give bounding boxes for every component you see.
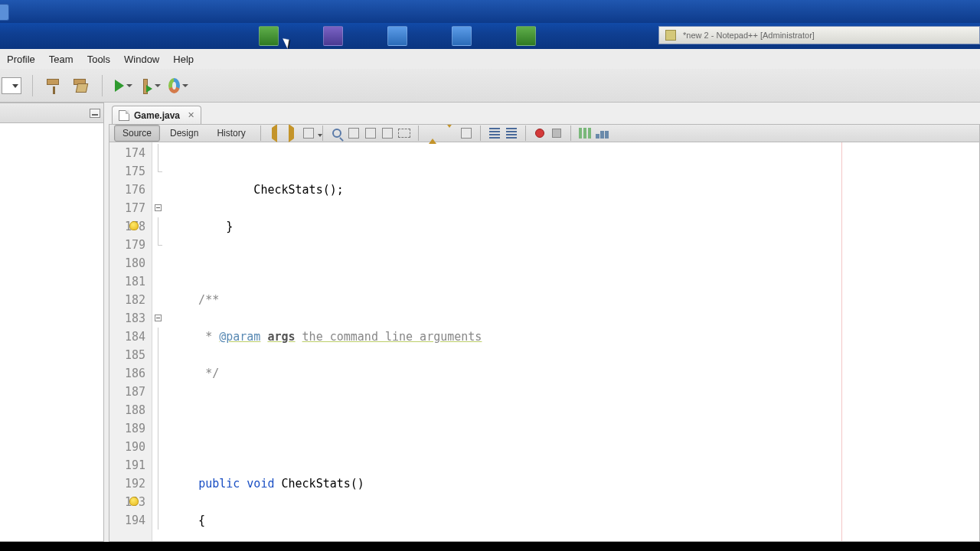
find-next-button[interactable] bbox=[363, 126, 378, 141]
profile-button[interactable] bbox=[168, 76, 188, 96]
main-toolbar bbox=[0, 69, 980, 103]
square-icon bbox=[365, 128, 376, 139]
file-tab-game-java[interactable]: Game.java ✕ bbox=[112, 106, 201, 124]
shift-left-button[interactable] bbox=[487, 126, 502, 141]
square-drop-icon bbox=[303, 128, 314, 139]
hint-bulb-icon[interactable] bbox=[129, 497, 139, 506]
toolbar-separator bbox=[525, 126, 526, 141]
window-titlebar bbox=[0, 0, 980, 23]
arrow-left-icon bbox=[272, 128, 277, 139]
profile-icon bbox=[168, 78, 180, 93]
menu-help[interactable]: Help bbox=[166, 51, 201, 68]
clean-build-button[interactable] bbox=[71, 76, 91, 96]
config-combo[interactable] bbox=[2, 77, 21, 94]
clean-build-icon bbox=[74, 79, 89, 93]
steps-icon bbox=[596, 128, 608, 139]
view-design-button[interactable]: Design bbox=[162, 125, 207, 142]
view-history-button[interactable]: History bbox=[208, 125, 253, 142]
macro-record-button[interactable] bbox=[532, 126, 547, 141]
taskbar-app-1[interactable] bbox=[259, 26, 279, 46]
fold-column bbox=[152, 142, 166, 542]
toolbar-separator bbox=[322, 126, 323, 141]
indent-right-icon bbox=[506, 128, 517, 139]
fold-toggle[interactable] bbox=[155, 315, 162, 321]
toolbar-separator bbox=[260, 126, 261, 141]
toggle-bookmark-button[interactable] bbox=[459, 126, 474, 141]
java-file-icon bbox=[119, 110, 129, 121]
taskbar-notepad-label: *new 2 - Notepad++ [Administrator] bbox=[683, 31, 815, 40]
taskbar-app-5[interactable] bbox=[516, 26, 536, 46]
toggle-highlight-button[interactable] bbox=[380, 126, 395, 141]
workspace: Game.java ✕ Source Design History bbox=[0, 103, 980, 542]
bars-icon bbox=[579, 128, 591, 139]
menu-window[interactable]: Window bbox=[117, 51, 166, 68]
panel-header bbox=[0, 103, 103, 123]
arrow-down-icon bbox=[446, 128, 453, 139]
file-tab-label: Game.java bbox=[134, 110, 180, 121]
code-area[interactable]: 174175176 177 178 179180181 182183184 18… bbox=[109, 142, 979, 542]
projects-panel bbox=[0, 103, 104, 542]
dotted-rect-icon bbox=[398, 129, 410, 138]
editor-tabs: Game.java ✕ bbox=[109, 103, 980, 124]
arrow-right-icon bbox=[289, 128, 294, 139]
square-icon bbox=[461, 128, 472, 139]
shift-right-button[interactable] bbox=[504, 126, 519, 141]
magnifier-icon bbox=[332, 129, 341, 138]
toggle-rect-button[interactable] bbox=[397, 126, 412, 141]
run-button[interactable] bbox=[113, 76, 133, 96]
taskbar-app-3[interactable] bbox=[387, 26, 407, 46]
menu-profile[interactable]: Profile bbox=[0, 51, 42, 68]
nav-back-button[interactable] bbox=[267, 126, 283, 141]
find-prev-button[interactable] bbox=[346, 126, 361, 141]
toolbar-separator bbox=[102, 75, 103, 96]
menu-bar: Profile Team Tools Window Help bbox=[0, 49, 980, 69]
square-icon bbox=[382, 128, 393, 139]
build-button[interactable] bbox=[44, 76, 64, 96]
square-icon bbox=[348, 128, 359, 139]
letterbox-bottom bbox=[0, 542, 980, 551]
close-tab-button[interactable]: ✕ bbox=[188, 110, 194, 120]
toolbar-separator bbox=[480, 126, 481, 141]
line-number-gutter: 174175176 177 178 179180181 182183184 18… bbox=[109, 142, 152, 542]
taskbar-notepad-button[interactable]: *new 2 - Notepad++ [Administrator] bbox=[658, 26, 980, 44]
window-system-menu[interactable] bbox=[0, 4, 9, 21]
notepad-icon bbox=[665, 30, 676, 41]
prev-bookmark-button[interactable] bbox=[425, 126, 440, 141]
indent-left-icon bbox=[489, 128, 500, 139]
record-icon bbox=[535, 129, 544, 138]
last-edit-button[interactable] bbox=[301, 126, 316, 141]
code-text[interactable]: CheckStats(); } /** * @param args the co… bbox=[166, 142, 979, 542]
debug-button[interactable] bbox=[141, 76, 161, 96]
menu-team[interactable]: Team bbox=[42, 51, 80, 68]
nav-forward-button[interactable] bbox=[284, 126, 299, 141]
code-editor: Source Design History bbox=[109, 124, 980, 542]
menu-tools[interactable]: Tools bbox=[80, 51, 117, 68]
hint-bulb-icon[interactable] bbox=[129, 221, 139, 230]
play-icon bbox=[115, 80, 124, 92]
editor-toolbar: Source Design History bbox=[109, 125, 979, 142]
taskbar-app-4[interactable] bbox=[452, 26, 472, 46]
view-source-button[interactable]: Source bbox=[114, 125, 160, 142]
toolbar-separator bbox=[570, 126, 571, 141]
os-taskbar: *new 2 - Notepad++ [Administrator] bbox=[0, 23, 980, 49]
macro-stop-button[interactable] bbox=[549, 126, 564, 141]
arrow-up-icon bbox=[429, 128, 436, 139]
stop-icon bbox=[552, 129, 561, 138]
fold-toggle[interactable] bbox=[155, 204, 162, 211]
hammer-icon bbox=[47, 79, 60, 93]
comment-button[interactable] bbox=[577, 126, 593, 141]
next-bookmark-button[interactable] bbox=[442, 126, 457, 141]
minimize-panel-button[interactable] bbox=[90, 109, 100, 118]
toolbar-separator bbox=[32, 75, 33, 96]
find-selection-button[interactable] bbox=[329, 126, 345, 141]
taskbar-app-2[interactable] bbox=[323, 26, 343, 46]
toolbar-separator bbox=[418, 126, 419, 141]
debug-icon bbox=[141, 79, 152, 93]
uncomment-button[interactable] bbox=[594, 126, 609, 141]
